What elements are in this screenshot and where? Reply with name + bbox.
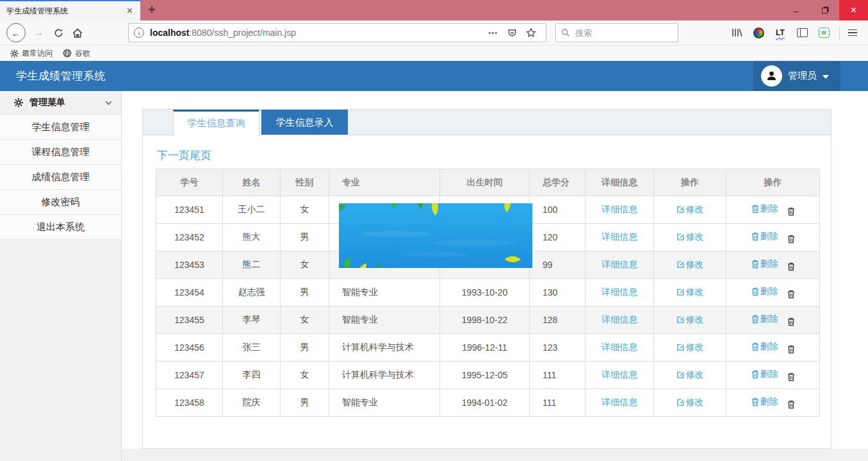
detail-link[interactable]: 详细信息 bbox=[602, 397, 637, 408]
tab-student-entry[interactable]: 学生信息录入 bbox=[261, 110, 348, 135]
detail-link[interactable]: 详细信息 bbox=[602, 259, 637, 271]
edit-link[interactable]: 修改 bbox=[676, 259, 704, 271]
minimize-button[interactable]: – bbox=[782, 0, 810, 21]
delete-link[interactable]: 删除 bbox=[751, 396, 778, 408]
cell-birth-date: 1995-12-05 bbox=[440, 362, 530, 389]
bookmarks-bar: 最常访问 谷歌 bbox=[0, 46, 868, 61]
table-row: 123458院庆男智能专业1994-01-02111详细信息修改删除 bbox=[156, 389, 820, 417]
bookmark-google[interactable]: 谷歌 bbox=[58, 48, 95, 59]
cell-name: 李四 bbox=[223, 362, 281, 389]
trash-icon bbox=[787, 345, 795, 354]
search-box[interactable] bbox=[555, 23, 678, 42]
delete-link[interactable]: 删除 bbox=[751, 341, 778, 353]
library-icon[interactable] bbox=[728, 24, 746, 42]
menu-icon[interactable] bbox=[844, 24, 862, 42]
search-input[interactable] bbox=[575, 28, 659, 38]
delete-link[interactable]: 删除 bbox=[751, 286, 778, 298]
edit-icon bbox=[676, 343, 685, 351]
table-row: 123454赵志强男智能专业1993-10-20130详细信息修改删除 bbox=[156, 279, 820, 306]
delete-link[interactable]: 删除 bbox=[751, 369, 778, 380]
edit-link[interactable]: 修改 bbox=[676, 342, 704, 353]
trash-icon-button[interactable] bbox=[787, 262, 795, 271]
bookmark-top-sites[interactable]: 最常访问 bbox=[5, 48, 58, 59]
bookmark-label: 谷歌 bbox=[75, 48, 90, 59]
tab-close-icon[interactable]: × bbox=[124, 6, 135, 16]
user-dropdown[interactable]: 管理员 bbox=[753, 61, 840, 91]
cell-name: 张三 bbox=[223, 334, 281, 362]
header-student-id: 学号 bbox=[156, 169, 223, 196]
sidebar-menu: 学生信息管理 课程信息管理 成绩信息管理 修改密码 退出本系统 bbox=[0, 114, 121, 240]
trash-icon-button[interactable] bbox=[787, 400, 795, 409]
profile-extension-icon[interactable] bbox=[749, 24, 767, 42]
sidebar-item-student-info[interactable]: 学生信息管理 bbox=[0, 114, 121, 139]
tab-student-query[interactable]: 学生信息查询 bbox=[173, 110, 259, 136]
bookmark-star-icon[interactable] bbox=[521, 28, 541, 38]
cell-gender: 女 bbox=[281, 251, 329, 279]
trash-icon-button[interactable] bbox=[787, 373, 795, 381]
cell-gender: 男 bbox=[281, 334, 329, 362]
detail-link[interactable]: 详细信息 bbox=[602, 342, 637, 353]
edit-link[interactable]: 修改 bbox=[676, 231, 704, 243]
cell-student-id: 123454 bbox=[156, 279, 223, 306]
edit-link[interactable]: 修改 bbox=[676, 287, 704, 298]
close-button[interactable]: × bbox=[839, 0, 868, 21]
grammar-extension-icon[interactable]: w bbox=[815, 24, 833, 42]
edit-link[interactable]: 修改 bbox=[676, 314, 704, 326]
tab-title: 学生成绩管理系统 bbox=[6, 6, 124, 17]
restore-button[interactable] bbox=[810, 0, 839, 21]
trash-icon-button[interactable] bbox=[787, 345, 795, 354]
delete-link[interactable]: 删除 bbox=[751, 203, 778, 215]
detail-link[interactable]: 详细信息 bbox=[602, 287, 637, 298]
detail-link[interactable]: 详细信息 bbox=[602, 369, 637, 381]
header-credits: 总学分 bbox=[530, 169, 585, 196]
cell-student-id: 123453 bbox=[156, 251, 223, 279]
url-text[interactable]: localhost:8080/ssh_project/main.jsp bbox=[150, 28, 483, 38]
edit-icon bbox=[676, 315, 685, 324]
detail-link[interactable]: 详细信息 bbox=[602, 204, 637, 215]
sidebar-item-change-password[interactable]: 修改密码 bbox=[0, 189, 121, 214]
cell-birth-date: 1998-10-22 bbox=[440, 306, 530, 334]
detail-link[interactable]: 详细信息 bbox=[602, 314, 637, 326]
trash-icon-button[interactable] bbox=[787, 235, 795, 244]
cell-credits: 130 bbox=[530, 279, 585, 306]
page-actions-icon[interactable]: ••• bbox=[483, 29, 503, 37]
sidebar-toggle-icon[interactable] bbox=[793, 24, 811, 42]
sidebar-item-logout[interactable]: 退出本系统 bbox=[0, 214, 121, 239]
delete-link[interactable]: 删除 bbox=[751, 258, 778, 270]
cell-name: 熊二 bbox=[223, 251, 281, 279]
back-button[interactable]: ← bbox=[6, 23, 26, 42]
edit-link[interactable]: 修改 bbox=[676, 397, 704, 408]
edit-icon bbox=[676, 260, 685, 269]
delete-link[interactable]: 删除 bbox=[751, 231, 778, 242]
trash-icon bbox=[751, 205, 759, 214]
trash-icon-button[interactable] bbox=[787, 317, 795, 326]
browser-toolbar: ← → i localhost:8080/ssh_project/main.js… bbox=[0, 21, 868, 46]
sidebar-item-course-info[interactable]: 课程信息管理 bbox=[0, 139, 121, 164]
delete-link[interactable]: 删除 bbox=[751, 314, 778, 325]
sidebar-menu-header[interactable]: 管理菜单 bbox=[0, 91, 121, 114]
detail-link[interactable]: 详细信息 bbox=[602, 231, 637, 243]
site-info-icon[interactable]: i bbox=[134, 28, 144, 38]
forward-button[interactable]: → bbox=[29, 23, 49, 42]
sidebar: 管理菜单 学生信息管理 课程信息管理 成绩信息管理 修改密码 退出本系统 bbox=[0, 91, 122, 461]
cell-student-id: 123455 bbox=[156, 306, 223, 334]
header-major: 专业 bbox=[329, 169, 440, 196]
browser-tab[interactable]: 学生成绩管理系统 × bbox=[0, 0, 140, 21]
trash-icon bbox=[787, 373, 795, 381]
sidebar-item-score-info[interactable]: 成绩信息管理 bbox=[0, 164, 121, 189]
edit-link[interactable]: 修改 bbox=[676, 204, 704, 215]
last-page-link[interactable]: 尾页 bbox=[190, 149, 211, 162]
main-content: 学生信息查询 学生信息录入 下一页尾页 bbox=[122, 91, 868, 461]
trash-icon bbox=[751, 260, 759, 269]
reload-button[interactable] bbox=[49, 23, 68, 42]
home-button[interactable] bbox=[68, 23, 87, 42]
url-bar[interactable]: i localhost:8080/ssh_project/main.jsp ••… bbox=[128, 23, 546, 42]
trash-icon-button[interactable] bbox=[787, 207, 795, 216]
trash-icon-button[interactable] bbox=[787, 290, 795, 299]
edit-link[interactable]: 修改 bbox=[676, 369, 704, 381]
next-page-link[interactable]: 下一页 bbox=[157, 149, 190, 162]
globe-icon bbox=[63, 49, 72, 58]
new-tab-button[interactable]: + bbox=[140, 0, 163, 19]
pocket-icon[interactable] bbox=[503, 28, 521, 38]
languagetool-icon[interactable]: LT bbox=[771, 24, 789, 42]
